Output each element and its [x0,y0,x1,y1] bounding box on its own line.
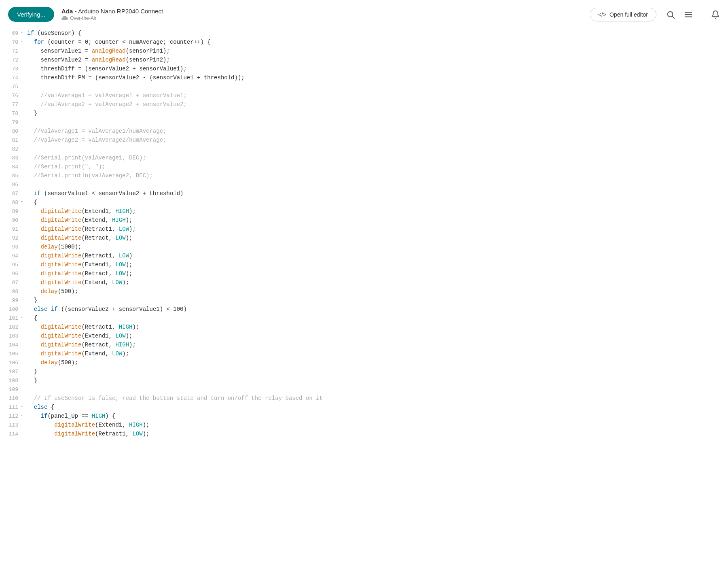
line-number: 80 [0,127,22,136]
code-content: else if ((sensorValue2 + sensorValue1) <… [22,305,728,314]
code-token: { [47,404,54,410]
code-content: //valAverage1 = valAverage1/numAverage; [22,127,728,136]
code-token: (500); [58,288,78,295]
code-token: (Extend1, [81,333,115,339]
code-token: threshDiff = (sensorValue2 + sensorValue… [41,66,187,72]
code-token: { [34,199,37,206]
line-number: 81 [0,136,22,144]
code-token: (500); [58,359,78,366]
code-token: else [34,404,48,410]
line-number: 109 [0,385,22,394]
line-number: 85 [0,172,22,180]
code-content: threshDiff_PM = (sensorValue2 - (sensorV… [22,74,728,83]
code-token: LOW [115,270,125,277]
line-number: 99 [0,296,22,305]
code-token: ); [143,431,150,437]
code-token: digitalWrite [54,431,95,437]
code-token: ); [122,350,129,357]
line-number: 92 [0,234,22,242]
code-token: digitalWrite [41,333,82,339]
line-number: 103 [0,332,22,340]
code-content: digitalWrite(Retract1, LOW); [22,225,728,234]
fold-arrow-icon[interactable]: ▾ [20,315,23,319]
code-token: HIGH [119,324,133,330]
line-number: 93 [0,243,22,251]
line-number: 79 [0,118,22,127]
code-content: } [22,296,728,305]
code-token: LOW [115,333,125,339]
code-token: //Serial.print(", "); [34,164,105,170]
code-token: digitalWrite [41,226,82,232]
line-number: 110 [0,394,22,403]
code-content: for (counter = 0; counter < numAverage; … [22,38,728,47]
code-token: LOW [119,226,129,232]
code-token: (sensorPin2); [126,57,170,63]
line-number: 108 [0,376,22,385]
line-number: 76 [0,91,22,100]
fold-arrow-icon[interactable]: ▾ [20,200,23,203]
code-token: digitalWrite [54,422,95,428]
fold-arrow-icon[interactable]: ▾ [20,30,23,34]
code-token: LOW [115,261,125,268]
svg-line-1 [672,16,674,18]
line-number: 84 [0,163,22,171]
verify-button[interactable]: Verifying... [8,7,54,22]
code-token: if [27,30,34,36]
code-content: { [22,314,728,323]
code-token [41,431,55,437]
code-token: (Retract1, [81,253,119,259]
code-token: analogRead [92,48,126,54]
code-brackets-icon: </> [598,11,606,18]
code-token: ); [129,208,136,215]
search-button[interactable] [666,10,675,19]
line-number: 91 [0,225,22,234]
code-content: //valAverage2 = valAverage2 + sensorValu… [22,100,728,109]
line-number: 72 [0,56,22,64]
code-token: ); [143,422,150,428]
code-content: digitalWrite(Extend1, HIGH); [22,207,728,216]
code-line: 110 // If useSensor is false, read the b… [0,394,728,403]
code-line: 93 delay(1000); [0,243,728,252]
line-number: 111▾ [0,403,22,412]
code-line: 92 digitalWrite(Retract, LOW); [0,234,728,243]
code-token: HIGH [115,342,129,348]
code-line: 86 [0,181,728,189]
code-line: 112▾ if(panel_Up == HIGH) { [0,412,728,421]
code-token: (Retract, [81,235,115,241]
code-token: digitalWrite [41,350,82,357]
line-number: 102 [0,323,22,331]
fold-arrow-icon[interactable]: ▾ [20,404,23,408]
code-token: ) [129,253,132,259]
code-content: } [22,376,728,385]
code-token: digitalWrite [41,261,82,268]
code-line: 85 //Serial.println(valAverage2, DEC); [0,172,728,181]
open-full-editor-button[interactable]: </> Open full editor [590,8,656,21]
code-token: (Extend1, [81,261,115,268]
code-content: digitalWrite(Extend1, LOW); [22,261,728,270]
line-number: 106 [0,359,22,367]
code-token: delay [41,244,58,250]
fold-arrow-icon[interactable]: ▾ [20,39,23,42]
code-token: sensorValue2 = [41,57,92,63]
code-token: (Retract1, [81,324,119,330]
code-token: } [27,377,37,384]
line-number: 86 [0,181,22,189]
code-content: delay(500); [22,287,728,296]
line-number: 101▾ [0,314,22,323]
code-line: 74 threshDiff_PM = (sensorValue2 - (sens… [0,74,728,83]
code-token: (Retract, [81,342,115,348]
code-line: 72 sensorValue2 = analogRead(sensorPin2)… [0,56,728,65]
line-number: 90 [0,216,22,225]
code-line: 95 digitalWrite(Extend1, LOW); [0,261,728,270]
header-icon-group [666,8,720,21]
code-line: 108 } [0,376,728,385]
code-token: ); [126,217,133,223]
code-token: LOW [112,279,122,286]
menu-button[interactable] [684,10,693,19]
notifications-button[interactable] [711,10,720,19]
line-number: 71 [0,47,22,55]
fold-arrow-icon[interactable]: ▾ [20,413,23,416]
code-line: 87 if (sensorValue1 < sensorValue2 + thr… [0,189,728,198]
code-line: 75 [0,83,728,91]
code-line: 83 //Serial.print(valAverage1, DEC); [0,154,728,163]
